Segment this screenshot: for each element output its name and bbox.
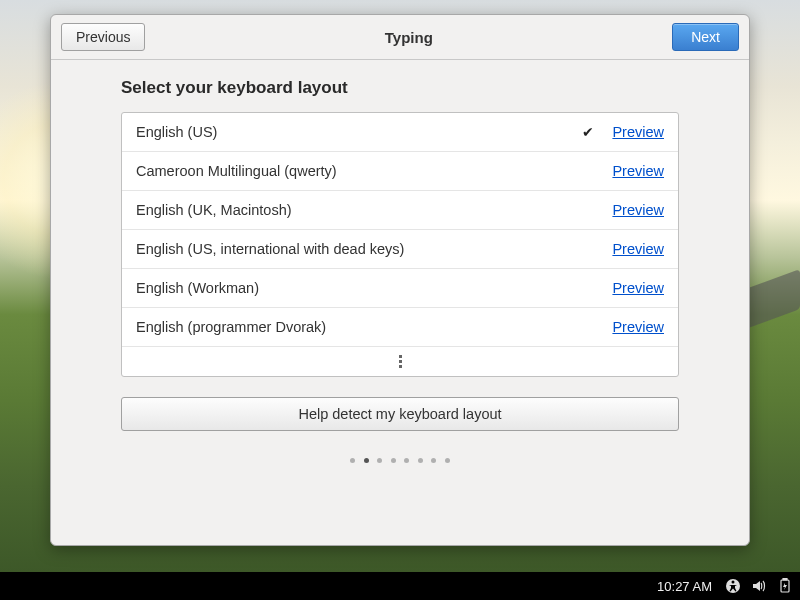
section-title: Select your keyboard layout <box>121 78 679 98</box>
taskbar: 10:27 AM <box>0 572 800 600</box>
preview-link[interactable]: Preview <box>612 280 664 296</box>
layout-row[interactable]: English (programmer Dvorak) Preview <box>122 308 678 347</box>
pager-dot <box>350 458 355 463</box>
pager-dot <box>431 458 436 463</box>
preview-link[interactable]: Preview <box>612 124 664 140</box>
pager-dot <box>445 458 450 463</box>
layout-name: English (UK, Macintosh) <box>136 202 612 218</box>
layout-row[interactable]: English (US, international with dead key… <box>122 230 678 269</box>
previous-button[interactable]: Previous <box>61 23 145 51</box>
pager-dot <box>364 458 369 463</box>
svg-rect-3 <box>783 579 787 581</box>
next-button[interactable]: Next <box>672 23 739 51</box>
pager-dot <box>404 458 409 463</box>
layout-name: English (programmer Dvorak) <box>136 319 612 335</box>
detect-layout-button[interactable]: Help detect my keyboard layout <box>121 397 679 431</box>
layout-row[interactable]: Cameroon Multilingual (qwerty) Preview <box>122 152 678 191</box>
ellipsis-vertical-icon <box>399 355 402 368</box>
page-indicator <box>121 449 679 467</box>
layout-name: Cameroon Multilingual (qwerty) <box>136 163 612 179</box>
layout-name: English (Workman) <box>136 280 612 296</box>
volume-icon[interactable] <box>750 577 768 595</box>
dialog-header: Previous Typing Next <box>51 15 749 60</box>
dialog-title: Typing <box>385 29 433 46</box>
setup-dialog: Previous Typing Next Select your keyboar… <box>50 14 750 546</box>
preview-link[interactable]: Preview <box>612 241 664 257</box>
layout-row[interactable]: English (US) ✔ Preview <box>122 113 678 152</box>
layout-row[interactable]: English (Workman) Preview <box>122 269 678 308</box>
preview-link[interactable]: Preview <box>612 163 664 179</box>
preview-link[interactable]: Preview <box>612 202 664 218</box>
clock[interactable]: 10:27 AM <box>657 579 712 594</box>
show-more-row[interactable] <box>122 347 678 376</box>
layout-name: English (US) <box>136 124 582 140</box>
layout-name: English (US, international with dead key… <box>136 241 612 257</box>
accessibility-icon[interactable] <box>724 577 742 595</box>
pager-dot <box>377 458 382 463</box>
battery-icon[interactable] <box>776 577 794 595</box>
dialog-content: Select your keyboard layout English (US)… <box>51 60 749 477</box>
svg-point-1 <box>732 581 735 584</box>
pager-dot <box>391 458 396 463</box>
check-icon: ✔ <box>582 124 594 140</box>
pager-dot <box>418 458 423 463</box>
layout-row[interactable]: English (UK, Macintosh) Preview <box>122 191 678 230</box>
preview-link[interactable]: Preview <box>612 319 664 335</box>
keyboard-layout-list: English (US) ✔ Preview Cameroon Multilin… <box>121 112 679 377</box>
